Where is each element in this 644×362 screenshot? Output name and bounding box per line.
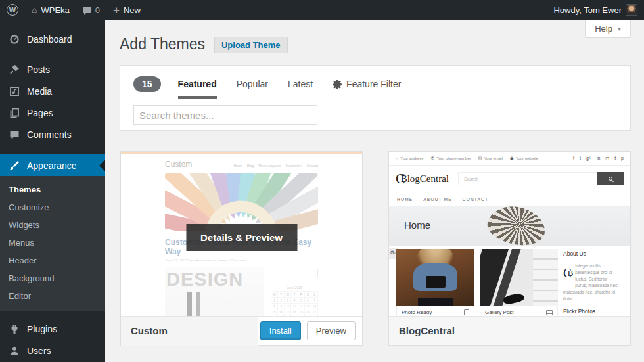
comments-menu[interactable]: 0 [76, 0, 106, 20]
mock-social-icons: ftg+in◻tp [573, 156, 624, 161]
pinterest-icon: p [621, 156, 624, 161]
posts-icon [9, 64, 20, 76]
mock-site-nav: HomeBlogTheme LayoutsCustomizerContact [234, 164, 318, 168]
mock-search-button [597, 172, 624, 185]
beanie-photo [485, 206, 549, 246]
appearance-icon [9, 160, 20, 171]
mock-nav-item: Contact [307, 164, 318, 168]
twitter-icon: t [580, 156, 581, 161]
flickr-photos-heading: Flickr Photos [563, 308, 620, 316]
submenu-item-themes[interactable]: Themes [0, 181, 105, 198]
sidebar-item-appearance[interactable]: Appearance [0, 154, 105, 176]
wordpress-logo-icon: W [7, 4, 18, 16]
mock-utility-bar: ⌂Your address✆Your phone number✉Your ema… [389, 152, 630, 166]
page-header: Add Themes Upload Theme [105, 20, 644, 54]
my-account-menu[interactable]: Howdy, Tom Ewer [547, 0, 644, 20]
sidebar-item-plugins[interactable]: Plugins [0, 318, 105, 340]
submenu-item-background[interactable]: Background [0, 269, 105, 287]
help-tab[interactable]: Help ▾ [585, 20, 631, 38]
new-content-menu[interactable]: + New [106, 0, 147, 20]
mock-site-title: Custom [165, 160, 192, 169]
theme-actions: Install Preview [258, 321, 362, 340]
tab-featured[interactable]: Featured [178, 79, 217, 89]
sidebar-item-media[interactable]: Media [0, 80, 105, 102]
current-item-arrow [93, 160, 105, 171]
dashboard-icon [9, 34, 20, 45]
sidebar-item-label: Dashboard [27, 34, 72, 45]
pencil-bar [187, 292, 192, 316]
instagram-icon: ◻ [605, 156, 609, 161]
mock-post-photo-ready: Photo Ready [396, 249, 474, 316]
mock-sidebar: June 2015 MTWTFSS12345678910111213141516… [271, 267, 318, 316]
sidebar-item-pages[interactable]: Pages [0, 102, 105, 124]
theme-name: BlogCentral [389, 325, 455, 336]
phone-icon: ✆ [430, 156, 434, 161]
preview-button[interactable]: Preview [307, 321, 356, 340]
filter-row: 15 FeaturedPopularLatest Feature Filter [133, 72, 617, 96]
mock-contact-phone: ✆Your phone number [430, 156, 471, 161]
mock-post-meta: June 17, 2015 by webmaster — Leave a Com… [165, 258, 318, 262]
sidebar-item-label: Posts [27, 64, 50, 75]
theme-card-footer: Custom Install Preview [121, 316, 362, 345]
gallery-post-thumbnail [480, 249, 558, 306]
sidebar-item-comments[interactable]: Comments [0, 124, 105, 145]
mock-post-titlebar: Gallery Post [480, 306, 558, 316]
website-icon: ◉ [510, 156, 514, 161]
calendar-grid: MTWTFSS123456789101112131415161718192021… [271, 291, 318, 316]
plugins-icon [9, 323, 20, 335]
users-icon [9, 345, 20, 357]
submenu-item-widgets[interactable]: Widgets [0, 216, 105, 234]
greeting-text: Howdy, Tom Ewer [553, 5, 622, 15]
admin-sidebar: DashboardPostsMediaPagesCommentsAppearan… [0, 20, 105, 362]
filter-tabs: FeaturedPopularLatest [178, 79, 313, 89]
mock-nav-item: CONTACT [463, 197, 488, 202]
page-title: Add Themes [120, 35, 205, 54]
tab-latest[interactable]: Latest [288, 79, 313, 89]
mock-nav-item: Theme Layouts [258, 164, 281, 168]
sidebar-item-users[interactable]: Users [0, 340, 105, 361]
sidebar-item-label: Pages [27, 108, 53, 118]
sidebar-item-label: Appearance [27, 160, 77, 171]
upload-theme-button[interactable]: Upload Theme [214, 37, 288, 53]
mock-nav-item: Customizer [285, 164, 302, 168]
blogcentral-theme-screenshot: ⌂Your address✆Your phone number✉Your ema… [389, 152, 630, 316]
feature-filter-label: Feature Filter [346, 79, 401, 89]
mock-contact-email: ✉Your email [478, 156, 503, 161]
search-themes-input[interactable] [133, 105, 317, 125]
media-icon [9, 85, 20, 97]
sidebar-item-label: Plugins [27, 324, 57, 334]
admin-bar: W ⌂ WPEka 0 + New Howdy, Tom Ewer [0, 0, 644, 20]
submenu-item-header[interactable]: Header [0, 252, 105, 269]
photo-ready-thumbnail [396, 249, 474, 306]
wordpress-logo-menu[interactable]: W [0, 0, 25, 20]
tab-popular[interactable]: Popular [237, 79, 268, 89]
mock-hero-title: Home [404, 219, 430, 231]
install-button[interactable]: Install [260, 321, 301, 340]
submenu-item-customize[interactable]: Customize [0, 198, 105, 216]
mock-post-title: Photo Ready [402, 309, 432, 315]
details-preview-button[interactable]: Details & Preview [186, 224, 297, 251]
mock-post-body: DESIGN June 2015 MTWTFSS1234567 [165, 267, 318, 316]
mock-post-title: Gallery Post [485, 309, 514, 315]
comments-bubble-icon [83, 7, 91, 13]
theme-card-blogcentral[interactable]: ⌂Your address✆Your phone number✉Your ema… [388, 151, 631, 346]
mock-nav-item: Blog [247, 164, 254, 168]
post-format-gallery-icon [546, 310, 553, 315]
pencil-bar [196, 292, 200, 316]
wordpress-admin-screen: W ⌂ WPEka 0 + New Howdy, Tom Ewer Dashbo… [0, 0, 644, 362]
comments-count: 0 [95, 5, 100, 15]
mock-contact-items: ⌂Your address✆Your phone number✉Your ema… [396, 156, 538, 161]
user-avatar [626, 4, 637, 16]
theme-browser: Custom HomeBlogTheme LayoutsCustomizerCo… [120, 151, 631, 346]
about-us-text: CB Integer mollis pellentesque orci id l… [563, 263, 620, 302]
feature-filter-link[interactable]: Feature Filter [333, 79, 401, 89]
theme-card-custom[interactable]: Custom HomeBlogTheme LayoutsCustomizerCo… [120, 151, 363, 346]
blogcentral-logo-text: BlogCentral [401, 173, 449, 185]
search-icon [609, 177, 612, 181]
mock-search-box [271, 269, 318, 277]
sidebar-item-posts[interactable]: Posts [0, 58, 105, 80]
submenu-item-menus[interactable]: Menus [0, 234, 105, 252]
submenu-item-editor[interactable]: Editor [0, 287, 105, 305]
sidebar-item-dashboard[interactable]: Dashboard [0, 28, 105, 50]
site-name-menu[interactable]: ⌂ WPEka [25, 0, 76, 20]
